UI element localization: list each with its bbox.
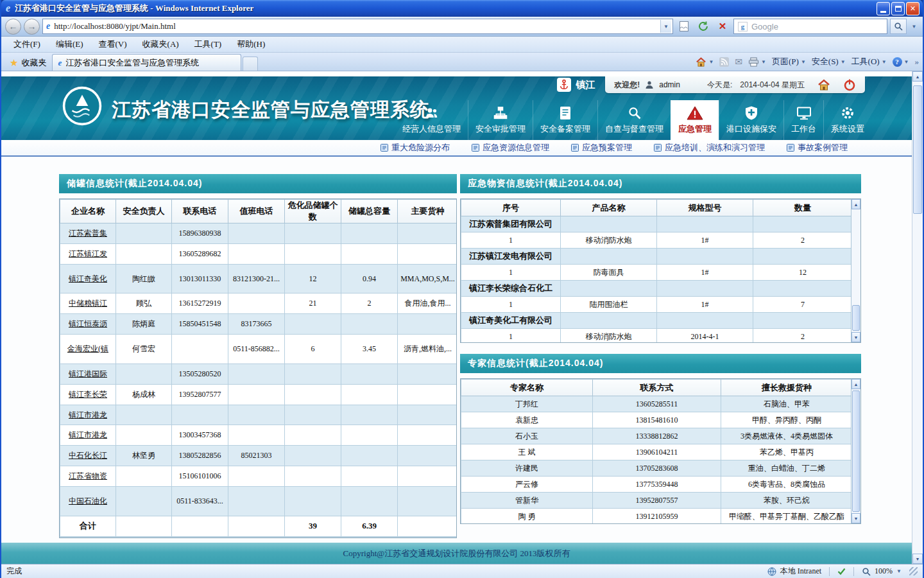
zoom-level[interactable]: 100% bbox=[875, 566, 893, 576]
feeds-button[interactable] bbox=[719, 57, 729, 67]
table-cell[interactable]: 中石化长江 bbox=[60, 446, 116, 466]
menu-file[interactable]: 文件(F) bbox=[6, 37, 47, 52]
menu-edit[interactable]: 编辑(E) bbox=[49, 37, 90, 52]
table-cell: 1 bbox=[461, 297, 561, 313]
tools-dropdown-icon: ▼ bbox=[882, 59, 887, 65]
table-cell[interactable]: 中国石油化 bbox=[60, 486, 116, 516]
active-tab[interactable]: e 江苏省港口安全监管与应急管理系统 bbox=[52, 54, 241, 71]
scrollbar-track[interactable] bbox=[851, 389, 860, 513]
table-cell: 陈炳庭 bbox=[116, 314, 172, 335]
table-cell: 袁新忠 bbox=[461, 412, 593, 428]
table-cell: 39 bbox=[285, 516, 341, 536]
scroll-up-icon[interactable]: ▲ bbox=[851, 379, 860, 389]
table-cell: 85021303 bbox=[228, 446, 285, 466]
scrollbar-thumb[interactable] bbox=[852, 305, 860, 331]
address-dropdown[interactable]: ▼ bbox=[660, 20, 671, 33]
home-shortcut-button[interactable] bbox=[817, 79, 830, 91]
search-box[interactable]: g Google bbox=[733, 19, 887, 34]
close-button[interactable]: ✕ bbox=[906, 2, 920, 15]
nav-item-operator-info[interactable]: 经营人信息管理 bbox=[395, 100, 468, 140]
table-cell[interactable]: 江苏索普集 bbox=[60, 223, 116, 244]
scrollbar-thumb[interactable] bbox=[913, 85, 922, 214]
table-cell bbox=[116, 405, 172, 425]
logout-button[interactable] bbox=[843, 78, 856, 91]
back-button[interactable]: ← bbox=[5, 19, 21, 35]
help-button[interactable]: ? ▼ bbox=[893, 57, 909, 67]
maximize-button[interactable] bbox=[891, 2, 905, 15]
table-cell[interactable]: 镇江市港龙 bbox=[60, 425, 116, 446]
nav-item-workbench[interactable]: 工作台 bbox=[783, 100, 823, 140]
scroll-down-icon[interactable]: ▼ bbox=[851, 332, 860, 342]
search-button[interactable] bbox=[890, 19, 907, 34]
table-cell[interactable]: 镇江港国际 bbox=[60, 363, 116, 384]
table-cell: 13605289682 bbox=[172, 243, 228, 264]
table-cell[interactable]: 镇江李长荣 bbox=[60, 384, 116, 405]
page-scrollbar[interactable]: ▲ ▼ bbox=[912, 71, 923, 564]
divider bbox=[829, 567, 830, 576]
home-button[interactable]: ▼ bbox=[696, 57, 714, 67]
nav-item-safety-approval[interactable]: 安全审批管理 bbox=[468, 100, 533, 140]
table-cell[interactable]: 镇江奇美化 bbox=[60, 264, 116, 293]
page-menu-button[interactable]: 页面(P) ▼ bbox=[772, 56, 806, 67]
table-cell[interactable]: 镇江恒泰沥 bbox=[60, 314, 116, 335]
overflow-chevron-icon[interactable]: » bbox=[915, 57, 920, 67]
favorites-button[interactable]: ★ 收藏夹 bbox=[4, 55, 52, 71]
refresh-button[interactable] bbox=[695, 18, 712, 35]
supplies-table-scrollbar[interactable]: ▲ ▼ bbox=[851, 199, 860, 342]
tools-menu-label: 工具(O) bbox=[851, 56, 880, 67]
date-label: 今天是: bbox=[707, 80, 732, 91]
stop-button[interactable]: ✕ bbox=[714, 18, 731, 35]
nav-item-self-inspection[interactable]: 自查与督查管理 bbox=[597, 100, 671, 140]
table-cell bbox=[116, 486, 172, 516]
nav-item-system-settings[interactable]: 系统设置 bbox=[823, 100, 871, 140]
scroll-down-icon[interactable]: ▼ bbox=[851, 513, 860, 523]
table-cell: 13605285511 bbox=[593, 396, 721, 412]
new-tab-button[interactable] bbox=[243, 57, 258, 71]
scrollbar-track[interactable] bbox=[851, 209, 860, 332]
scroll-up-icon[interactable]: ▲ bbox=[851, 199, 860, 209]
address-bar[interactable]: e http://localhost:8080/yjpt/Main.html ▼ bbox=[42, 19, 673, 34]
scrollbar-thumb[interactable] bbox=[852, 390, 860, 512]
menu-view[interactable]: 查看(V) bbox=[92, 37, 134, 52]
help-dropdown-icon: ▼ bbox=[904, 59, 909, 65]
nav-item-emergency-management[interactable]: 应急管理 bbox=[671, 100, 719, 140]
resize-grip[interactable] bbox=[909, 567, 918, 575]
list-icon bbox=[654, 144, 662, 152]
scrollbar-track[interactable] bbox=[912, 82, 923, 554]
window-title: 江苏省港口安全监管与应急管理系统 - Windows Internet Expl… bbox=[15, 3, 877, 14]
submenu-emergency-plan[interactable]: 应急预案管理 bbox=[571, 142, 632, 153]
compatibility-view-button[interactable] bbox=[676, 18, 692, 35]
forward-button[interactable]: → bbox=[24, 19, 40, 35]
submenu-hazard-distribution[interactable]: 重大危险源分布 bbox=[381, 142, 450, 153]
safety-menu-button[interactable]: 安全(S) ▼ bbox=[812, 56, 846, 67]
menu-tools[interactable]: 工具(T) bbox=[187, 37, 229, 52]
table-row: 镇江市港龙 bbox=[60, 405, 457, 425]
submenu-training-drill[interactable]: 应急培训、演练和演习管理 bbox=[654, 142, 765, 153]
submenu-accident-cases[interactable]: 事故案例管理 bbox=[787, 142, 848, 153]
date-value: 2014-04-04 星期五 bbox=[740, 80, 805, 91]
table-cell: 6 bbox=[285, 335, 341, 364]
table-cell[interactable]: 江苏省物资 bbox=[60, 466, 116, 487]
table-cell[interactable]: 中储粮镇江 bbox=[60, 293, 116, 314]
submenu-resource-info[interactable]: 应急资源信息管理 bbox=[472, 142, 549, 153]
tools-menu-button[interactable]: 工具(O) ▼ bbox=[851, 56, 887, 67]
menu-help[interactable]: 帮助(H) bbox=[230, 37, 272, 52]
read-mail-button[interactable]: ✉ bbox=[735, 57, 742, 67]
minimize-button[interactable] bbox=[877, 2, 890, 15]
table-cell[interactable]: 镇江市港龙 bbox=[60, 405, 116, 425]
print-button[interactable]: ▼ bbox=[748, 57, 766, 67]
zoom-dropdown-icon[interactable]: ▼ bbox=[896, 568, 902, 574]
scroll-up-icon[interactable]: ▲ bbox=[912, 71, 923, 82]
power-icon bbox=[843, 78, 856, 91]
header-topbar: 镇江 欢迎您! admin 今天是: 2014-04-04 星期五 bbox=[547, 76, 865, 93]
nav-item-port-security[interactable]: 港口设施保安 bbox=[719, 100, 783, 140]
nav-item-safety-filing[interactable]: 安全备案管理 bbox=[533, 100, 597, 140]
refresh-icon bbox=[697, 21, 709, 32]
experts-table-scrollbar[interactable]: ▲ ▼ bbox=[851, 379, 860, 523]
mail-icon: ✉ bbox=[735, 57, 742, 67]
table-cell[interactable]: 金海宏业(镇 bbox=[60, 335, 116, 364]
menu-favorites[interactable]: 收藏夹(A) bbox=[135, 37, 186, 52]
table-cell[interactable]: 江苏镇江发 bbox=[60, 243, 116, 264]
search-dropdown[interactable]: ▼ bbox=[909, 19, 919, 34]
scroll-down-icon[interactable]: ▼ bbox=[912, 554, 923, 564]
